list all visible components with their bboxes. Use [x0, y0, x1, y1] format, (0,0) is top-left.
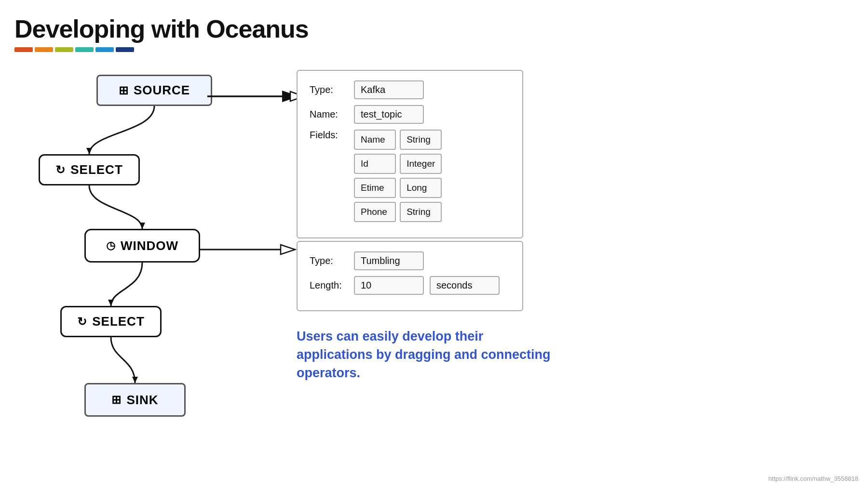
window-label: WINDOW: [121, 238, 178, 253]
fields-row: Fields: NameStringIdIntegerEtimeLongPhon…: [310, 130, 510, 222]
sink-label: SINK: [126, 393, 158, 408]
clock-icon: ◷: [106, 239, 116, 252]
field-type-cell: String: [400, 130, 442, 150]
color-bar-item: [95, 47, 114, 52]
svg-marker-1: [139, 223, 145, 229]
color-bar: [14, 47, 309, 52]
name-label: Name:: [310, 109, 348, 120]
field-name-cell: Id: [354, 154, 396, 174]
type-row: Type: Kafka: [310, 80, 510, 99]
window-length-label: Length:: [310, 280, 348, 291]
type-value: Kafka: [354, 80, 424, 99]
window-type-row: Type: Tumbling: [310, 251, 510, 270]
source-info-panel: Type: Kafka Name: test_topic Fields: Nam…: [297, 70, 523, 238]
color-bar-item: [55, 47, 73, 52]
refresh-icon-1: ↻: [55, 163, 66, 177]
name-row: Name: test_topic: [310, 105, 510, 124]
name-value: test_topic: [354, 105, 424, 124]
table-icon: ⊞: [119, 84, 129, 97]
description-text: Users can easily develop their applicati…: [297, 328, 557, 382]
field-type-cell: Integer: [400, 154, 442, 174]
field-type-cell: Long: [400, 178, 442, 198]
fields-grid: NameStringIdIntegerEtimeLongPhoneString: [354, 130, 442, 222]
field-name-cell: Name: [354, 130, 396, 150]
sink-node[interactable]: ⊞ SINK: [84, 383, 186, 417]
svg-marker-2: [108, 300, 114, 306]
header: Developing with Oceanus: [14, 14, 309, 52]
source-label: SOURCE: [134, 83, 190, 98]
select1-node[interactable]: ↻ SELECT: [39, 154, 140, 185]
svg-marker-10: [281, 245, 295, 254]
url-text: https://flink.com/nathw_3558818: [769, 475, 858, 482]
window-length-unit: seconds: [430, 276, 500, 295]
window-info-panel: Type: Tumbling Length: 10 seconds: [297, 241, 523, 311]
field-name-cell: Phone: [354, 202, 396, 222]
color-bar-item: [35, 47, 53, 52]
field-type-cell: String: [400, 202, 442, 222]
window-length-value: 10: [354, 276, 424, 295]
type-label: Type:: [310, 84, 348, 95]
select2-label: SELECT: [92, 314, 145, 329]
window-type-label: Type:: [310, 255, 348, 266]
select1-label: SELECT: [70, 162, 123, 177]
flow-diagram: ⊞ SOURCE ↻ SELECT ◷ WINDOW ↻ SELECT ⊞ SI…: [14, 70, 294, 417]
refresh-icon-2: ↻: [77, 315, 87, 329]
svg-marker-0: [86, 148, 92, 154]
color-bar-item: [116, 47, 134, 52]
table-icon-sink: ⊞: [111, 393, 122, 407]
svg-marker-3: [132, 377, 138, 383]
fields-label: Fields:: [310, 130, 348, 141]
window-length-row: Length: 10 seconds: [310, 276, 510, 295]
description-content: Users can easily develop their applicati…: [297, 329, 551, 380]
color-bar-item: [14, 47, 33, 52]
field-name-cell: Etime: [354, 178, 396, 198]
window-type-value: Tumbling: [354, 251, 424, 270]
select2-node[interactable]: ↻ SELECT: [60, 306, 162, 337]
color-bar-item: [75, 47, 94, 52]
source-node[interactable]: ⊞ SOURCE: [96, 75, 212, 106]
page-title: Developing with Oceanus: [14, 14, 309, 43]
window-node[interactable]: ◷ WINDOW: [84, 229, 200, 263]
